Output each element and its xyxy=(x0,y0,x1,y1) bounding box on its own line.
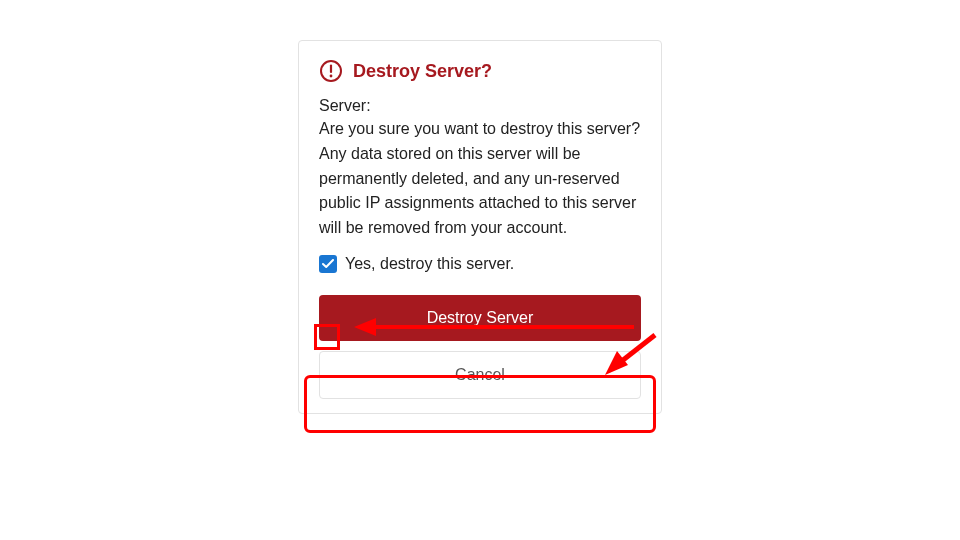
dialog-title: Destroy Server? xyxy=(353,61,492,82)
server-label: Server: xyxy=(319,97,641,115)
destroy-server-button[interactable]: Destroy Server xyxy=(319,295,641,341)
dialog-header: Destroy Server? xyxy=(319,59,641,83)
svg-point-2 xyxy=(330,75,333,78)
confirm-checkbox-label[interactable]: Yes, destroy this server. xyxy=(345,255,514,273)
destroy-server-dialog: Destroy Server? Server: Are you sure you… xyxy=(298,40,662,414)
confirm-row: Yes, destroy this server. xyxy=(319,255,641,273)
alert-circle-icon xyxy=(319,59,343,83)
confirm-checkbox[interactable] xyxy=(319,255,337,273)
dialog-body-text: Are you sure you want to destroy this se… xyxy=(319,117,641,241)
cancel-button[interactable]: Cancel xyxy=(319,351,641,399)
